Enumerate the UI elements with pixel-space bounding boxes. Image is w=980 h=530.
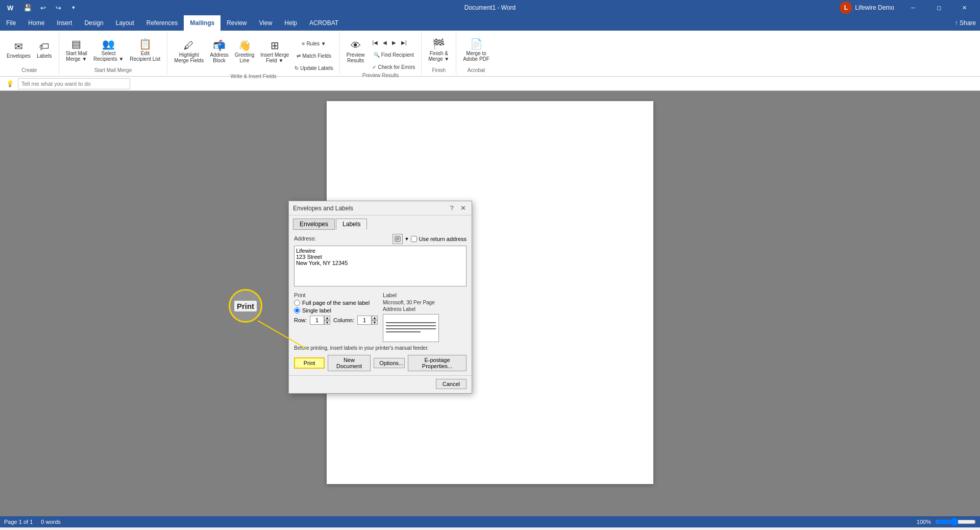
dialog-tab-labels[interactable]: Labels bbox=[336, 219, 367, 230]
restore-button[interactable]: ◻ bbox=[927, 0, 950, 15]
tab-references[interactable]: References bbox=[140, 15, 184, 31]
close-button[interactable]: ✕ bbox=[952, 0, 976, 15]
e-postage-button[interactable]: E-postage Properties... bbox=[408, 355, 467, 371]
tab-insert[interactable]: Insert bbox=[51, 15, 78, 31]
rules-button[interactable]: ≡ Rules ▼ bbox=[292, 38, 335, 49]
qat-save-button[interactable]: 💾 bbox=[21, 2, 34, 14]
zoom-level: 100% bbox=[917, 519, 931, 525]
check-errors-label: Check for Errors bbox=[378, 64, 415, 70]
tab-mailings[interactable]: Mailings bbox=[184, 15, 220, 31]
label-line-4 bbox=[386, 331, 421, 332]
minimize-button[interactable]: ─ bbox=[901, 0, 925, 15]
update-labels-button[interactable]: ↻ Update Labels bbox=[292, 62, 335, 74]
small-field-buttons: ≡ Rules ▼ ⇌ Match Fields ↻ Update Labels bbox=[292, 35, 335, 74]
single-label-radio-label[interactable]: Single label bbox=[294, 307, 378, 314]
address-book-button[interactable] bbox=[393, 234, 403, 244]
tab-home[interactable]: Home bbox=[22, 15, 51, 31]
ribbon-tabs: File Home Insert Design Layout Reference… bbox=[0, 15, 980, 31]
print-button[interactable]: Print bbox=[294, 357, 325, 369]
address-controls: ▼ Use return address bbox=[393, 234, 467, 244]
print-column: Print Full page of the same label Single… bbox=[294, 292, 378, 342]
dialog-help-button[interactable]: ? bbox=[447, 204, 456, 213]
label-section-label: Label bbox=[383, 292, 467, 298]
status-right: 100% bbox=[917, 518, 976, 526]
search-input[interactable] bbox=[21, 81, 127, 87]
start-mail-merge-buttons: ▤ Start MailMerge ▼ 👥 SelectRecipients ▼… bbox=[63, 33, 163, 67]
prev-record-button[interactable]: ◀ bbox=[381, 37, 389, 48]
match-fields-button[interactable]: ⇌ Match Fields bbox=[292, 50, 335, 61]
full-page-radio[interactable] bbox=[294, 300, 300, 306]
row-spinner[interactable]: ▲ ▼ bbox=[310, 316, 330, 325]
edit-recipient-list-button[interactable]: 📋 EditRecipient List bbox=[127, 33, 163, 67]
row-up-button[interactable]: ▲ bbox=[324, 316, 330, 320]
qat-customize-button[interactable]: ▼ bbox=[67, 2, 80, 14]
ribbon-group-start-mail-merge: ▤ Start MailMerge ▼ 👥 SelectRecipients ▼… bbox=[59, 33, 168, 74]
ribbon-group-finish: 🏁 Finish &Merge ▼ Finish bbox=[422, 33, 456, 74]
find-recipient-icon: 🔍 bbox=[374, 52, 380, 58]
check-errors-icon: ✓ bbox=[372, 64, 376, 70]
new-document-button[interactable]: New Document bbox=[328, 355, 371, 371]
address-block-button[interactable]: 📬 AddressBlock bbox=[207, 35, 231, 68]
dialog-tab-envelopes[interactable]: Envelopes bbox=[293, 219, 335, 230]
zoom-slider[interactable] bbox=[935, 518, 976, 526]
first-record-button[interactable]: |◀ bbox=[370, 37, 380, 48]
user-name: Lifewire Demo bbox=[855, 4, 894, 11]
dropdown-arrow-icon[interactable]: ▼ bbox=[405, 236, 409, 242]
row-down-button[interactable]: ▼ bbox=[324, 320, 330, 325]
greeting-line-button[interactable]: 👋 GreetingLine bbox=[232, 35, 257, 68]
qat-redo-button[interactable]: ↪ bbox=[52, 2, 64, 14]
preview-group-label: Preview Results bbox=[362, 73, 399, 79]
finish-merge-button[interactable]: 🏁 Finish &Merge ▼ bbox=[426, 33, 452, 67]
user-avatar: L bbox=[840, 2, 852, 14]
dialog-action-buttons: Print New Document Options... E-postage … bbox=[294, 355, 467, 371]
create-buttons: ✉ Envelopes 🏷 Labels bbox=[4, 33, 55, 67]
insert-merge-label: Insert MergeField ▼ bbox=[260, 52, 289, 63]
options-button[interactable]: Options... bbox=[374, 358, 405, 368]
col-input[interactable] bbox=[357, 316, 372, 325]
insert-merge-field-button[interactable]: ⊞ Insert MergeField ▼ bbox=[258, 35, 291, 68]
tab-design[interactable]: Design bbox=[78, 15, 109, 31]
before-print-note: Before printing, insert labels in your p… bbox=[294, 345, 467, 351]
last-record-button[interactable]: ▶| bbox=[399, 37, 409, 48]
tab-view[interactable]: View bbox=[253, 15, 279, 31]
col-up-button[interactable]: ▲ bbox=[372, 316, 378, 320]
share-button[interactable]: ↑ Share bbox=[955, 19, 976, 27]
use-return-address-checkbox[interactable] bbox=[411, 236, 417, 242]
address-block-icon: 📬 bbox=[213, 40, 226, 51]
address-label: Address: bbox=[294, 235, 316, 242]
single-label-radio[interactable] bbox=[294, 307, 300, 314]
highlight-merge-fields-button[interactable]: 🖊 HighlightMerge Fields bbox=[172, 35, 206, 68]
tab-layout[interactable]: Layout bbox=[110, 15, 140, 31]
merge-to-pdf-button[interactable]: 📄 Merge toAdobe PDF bbox=[460, 33, 492, 67]
find-recipient-button[interactable]: 🔍 Find Recipient bbox=[370, 49, 417, 60]
next-record-button[interactable]: ▶ bbox=[390, 37, 398, 48]
annotation-circle: Print bbox=[229, 289, 262, 323]
preview-results-button[interactable]: 👁 PreviewResults bbox=[344, 35, 368, 68]
tab-review[interactable]: Review bbox=[220, 15, 253, 31]
col-spinner[interactable]: ▲ ▼ bbox=[357, 316, 378, 325]
page-info: Page 1 of 1 bbox=[4, 519, 33, 525]
envelopes-icon: ✉ bbox=[14, 41, 23, 52]
label-type: Address Label bbox=[383, 306, 467, 312]
check-errors-button[interactable]: ✓ Check for Errors bbox=[370, 61, 417, 73]
use-return-address-label[interactable]: Use return address bbox=[411, 236, 467, 242]
cancel-button[interactable]: Cancel bbox=[436, 379, 467, 389]
envelopes-label: Envelopes bbox=[7, 53, 31, 59]
qat-undo-button[interactable]: ↩ bbox=[37, 2, 49, 14]
row-input[interactable] bbox=[310, 316, 324, 325]
col-down-button[interactable]: ▼ bbox=[372, 320, 378, 325]
full-page-radio-label[interactable]: Full page of the same label bbox=[294, 300, 378, 306]
tab-file[interactable]: File bbox=[0, 15, 22, 31]
tab-acrobat[interactable]: ACROBAT bbox=[303, 15, 345, 31]
search-input-wrap[interactable] bbox=[18, 78, 130, 89]
dialog-close-button[interactable]: ✕ bbox=[458, 204, 468, 213]
address-textarea[interactable]: Lifewire 123 Street New York, NY 12345 bbox=[294, 246, 467, 286]
select-recipients-button[interactable]: 👥 SelectRecipients ▼ bbox=[91, 33, 126, 67]
labels-button[interactable]: 🏷 Labels bbox=[34, 33, 55, 67]
ribbon-content: ✉ Envelopes 🏷 Labels Create ▤ Start Mail… bbox=[0, 31, 980, 77]
envelopes-button[interactable]: ✉ Envelopes bbox=[4, 33, 33, 67]
tab-help[interactable]: Help bbox=[278, 15, 303, 31]
recipients-label: SelectRecipients ▼ bbox=[93, 51, 124, 62]
dialog-titlebar-buttons: ? ✕ bbox=[447, 204, 468, 213]
start-mail-merge-button[interactable]: ▤ Start MailMerge ▼ bbox=[63, 33, 90, 67]
